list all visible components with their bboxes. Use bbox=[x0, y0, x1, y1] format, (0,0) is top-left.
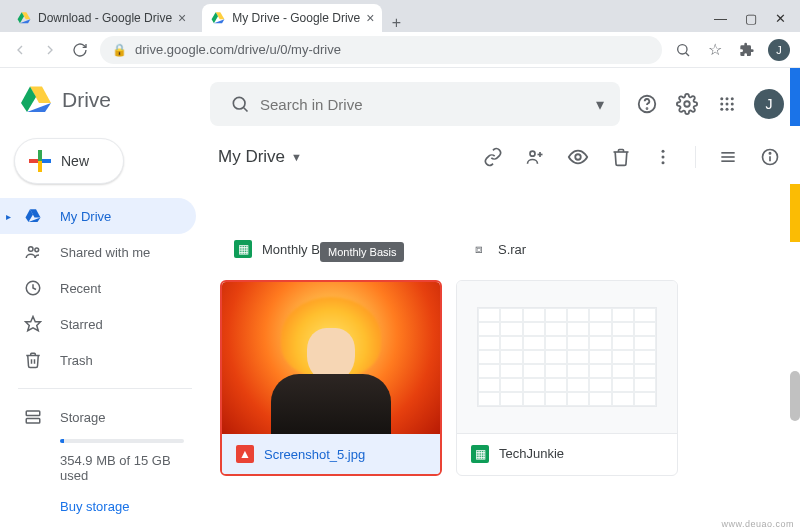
sidebar: Drive New ▸ My Drive Shared with me Rece… bbox=[0, 68, 210, 531]
more-icon[interactable] bbox=[653, 147, 673, 167]
sidebar-item-my-drive[interactable]: ▸ My Drive bbox=[0, 198, 196, 234]
help-icon[interactable] bbox=[634, 93, 660, 115]
star-icon[interactable]: ☆ bbox=[704, 40, 726, 59]
svg-point-30 bbox=[720, 103, 723, 106]
sidebar-item-label: Starred bbox=[60, 317, 103, 332]
file-card[interactable]: ▦ TechJunkie bbox=[456, 280, 678, 476]
storage-icon bbox=[24, 408, 42, 426]
url-field[interactable]: 🔒 drive.google.com/drive/u/0/my-drive bbox=[100, 36, 662, 64]
svg-line-23 bbox=[244, 108, 248, 112]
search-input[interactable] bbox=[260, 96, 590, 113]
drive-favicon bbox=[16, 10, 32, 26]
svg-rect-18 bbox=[26, 411, 40, 416]
svg-point-25 bbox=[647, 108, 648, 109]
drive-icon bbox=[24, 207, 42, 225]
buy-storage-link[interactable]: Buy storage bbox=[24, 499, 129, 514]
account-avatar[interactable]: J bbox=[754, 89, 784, 119]
list-view-icon[interactable] bbox=[718, 147, 738, 167]
file-card-selected[interactable]: ▲ Screenshot_5.jpg bbox=[220, 280, 442, 476]
tab-title: My Drive - Google Drive bbox=[232, 11, 360, 25]
sheets-icon: ▦ bbox=[234, 240, 252, 258]
profile-avatar[interactable]: J bbox=[768, 39, 790, 61]
back-icon[interactable] bbox=[10, 42, 30, 58]
close-icon[interactable]: × bbox=[178, 10, 186, 26]
svg-point-26 bbox=[684, 101, 690, 107]
delete-icon[interactable] bbox=[611, 147, 631, 167]
new-button[interactable]: New bbox=[14, 138, 124, 184]
window-controls: — ▢ ✕ bbox=[714, 11, 800, 32]
close-icon[interactable]: × bbox=[366, 10, 374, 26]
drive-logo-icon bbox=[18, 82, 54, 118]
svg-point-32 bbox=[731, 103, 734, 106]
svg-point-27 bbox=[720, 97, 723, 100]
star-icon bbox=[24, 315, 42, 333]
file-thumbnail bbox=[222, 282, 440, 434]
sidebar-item-shared[interactable]: Shared with me bbox=[0, 234, 196, 270]
sidebar-item-label: Shared with me bbox=[60, 245, 150, 260]
file-name: Screenshot_5.jpg bbox=[264, 447, 365, 462]
brand[interactable]: Drive bbox=[0, 82, 210, 132]
archive-icon: ⧈ bbox=[470, 240, 488, 258]
drive-favicon bbox=[210, 10, 226, 26]
content-toolbar: My Drive ▼ bbox=[210, 136, 800, 176]
caret-icon: ▸ bbox=[6, 211, 11, 222]
divider bbox=[18, 388, 192, 389]
watermark: www.deuao.com bbox=[721, 519, 794, 529]
svg-marker-17 bbox=[26, 317, 41, 331]
sidebar-item-recent[interactable]: Recent bbox=[0, 270, 196, 306]
plus-icon bbox=[29, 150, 51, 172]
trash-icon bbox=[24, 351, 42, 369]
storage-bar bbox=[60, 439, 184, 443]
new-tab-button[interactable]: + bbox=[382, 14, 410, 32]
svg-rect-19 bbox=[26, 419, 40, 424]
browser-tab[interactable]: Download - Google Drive × bbox=[8, 4, 194, 32]
search-box[interactable]: ▾ bbox=[210, 82, 620, 126]
svg-point-28 bbox=[726, 97, 729, 100]
topbar: ▾ J bbox=[210, 68, 800, 136]
people-icon bbox=[24, 243, 42, 261]
lock-icon: 🔒 bbox=[112, 43, 127, 57]
svg-point-31 bbox=[726, 103, 729, 106]
link-icon[interactable] bbox=[483, 147, 503, 167]
sidebar-item-starred[interactable]: Starred bbox=[0, 306, 196, 342]
separator bbox=[695, 146, 696, 168]
side-panel-strip bbox=[790, 68, 800, 531]
share-icon[interactable] bbox=[525, 147, 545, 167]
file-name: S.rar bbox=[498, 242, 526, 257]
action-bar bbox=[483, 146, 780, 168]
storage-used-text: 354.9 MB of 15 GB used bbox=[24, 443, 192, 497]
file-name: TechJunkie bbox=[499, 446, 564, 461]
svg-point-29 bbox=[731, 97, 734, 100]
svg-point-48 bbox=[769, 153, 770, 154]
forward-icon[interactable] bbox=[40, 42, 60, 58]
minimize-icon[interactable]: — bbox=[714, 11, 727, 26]
sidebar-item-trash[interactable]: Trash bbox=[0, 342, 196, 378]
reload-icon[interactable] bbox=[70, 42, 90, 58]
file-thumbnail bbox=[457, 281, 677, 433]
image-icon: ▲ bbox=[236, 445, 254, 463]
sidebar-item-label: Trash bbox=[60, 353, 93, 368]
extensions-icon[interactable] bbox=[736, 42, 758, 58]
sidebar-item-label: My Drive bbox=[60, 209, 111, 224]
breadcrumb[interactable]: My Drive ▼ bbox=[218, 147, 302, 167]
browser-tab-strip: Download - Google Drive × My Drive - Goo… bbox=[0, 0, 800, 32]
maximize-icon[interactable]: ▢ bbox=[745, 11, 757, 26]
close-window-icon[interactable]: ✕ bbox=[775, 11, 786, 26]
search-options-icon[interactable]: ▾ bbox=[590, 95, 610, 114]
preview-icon[interactable] bbox=[567, 146, 589, 168]
svg-point-6 bbox=[678, 44, 687, 53]
svg-line-7 bbox=[686, 52, 689, 55]
info-icon[interactable] bbox=[760, 147, 780, 167]
chevron-down-icon: ▼ bbox=[291, 151, 302, 163]
svg-point-14 bbox=[29, 247, 34, 252]
svg-point-41 bbox=[662, 156, 665, 159]
sidebar-item-storage[interactable]: Storage bbox=[24, 399, 192, 435]
gear-icon[interactable] bbox=[674, 93, 700, 115]
zoom-icon[interactable] bbox=[672, 42, 694, 58]
browser-tab-active[interactable]: My Drive - Google Drive × bbox=[202, 4, 382, 32]
tooltip: Monthly Basis bbox=[320, 242, 404, 262]
file-card[interactable]: ⧈ S.rar bbox=[456, 176, 678, 266]
svg-point-35 bbox=[731, 108, 734, 111]
brand-name: Drive bbox=[62, 88, 111, 112]
apps-icon[interactable] bbox=[714, 95, 740, 113]
